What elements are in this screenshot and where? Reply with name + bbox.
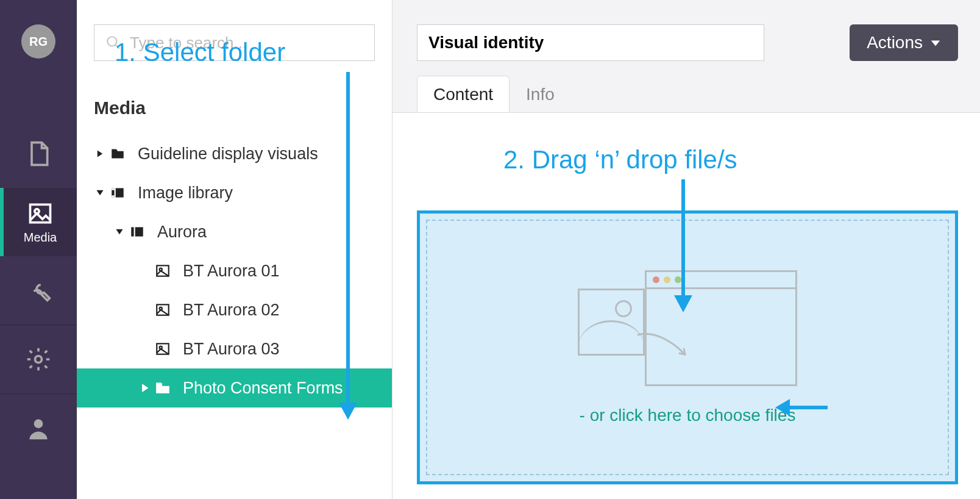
svg-rect-9 (116, 188, 124, 197)
chevron-right-icon (94, 149, 106, 158)
search-placeholder: Type to search... (130, 34, 363, 52)
section-title: Media (77, 61, 392, 134)
main-area: Actions Content Info - or click here to … (392, 0, 980, 499)
tree-node-label: Image library (138, 184, 233, 203)
tree-node-label: BT Aurora 01 (183, 262, 280, 281)
user-icon (25, 415, 52, 442)
wrench-icon (25, 277, 52, 304)
chevron-down-icon (113, 228, 126, 236)
rail-item-users[interactable] (0, 394, 77, 462)
folder-icon (106, 146, 129, 162)
chevron-right-icon (139, 384, 151, 392)
tree-node-imagelib[interactable]: Image library (77, 173, 392, 212)
tab-content-panel: - or click here to choose files (392, 112, 980, 499)
svg-marker-7 (96, 190, 103, 195)
image-icon (151, 263, 174, 279)
film-icon (126, 224, 149, 240)
tree-node-consent[interactable]: Photo Consent Forms (77, 368, 392, 407)
tabs: Content Info (417, 76, 980, 113)
tab-content[interactable]: Content (417, 76, 510, 113)
avatar[interactable]: RG (21, 24, 55, 59)
tree-node-label: Photo Consent Forms (183, 379, 343, 398)
tree-panel: Type to search... Media Guideline displa… (77, 0, 392, 499)
tree-node-bt1[interactable]: BT Aurora 01 (77, 251, 392, 290)
image-icon (151, 341, 174, 357)
upload-dropzone[interactable]: - or click here to choose files (417, 210, 958, 484)
actions-label: Actions (867, 33, 923, 52)
tab-info[interactable]: Info (510, 76, 571, 113)
search-icon (105, 35, 121, 51)
gear-icon (25, 346, 52, 373)
svg-rect-13 (131, 227, 133, 236)
svg-marker-12 (116, 229, 122, 234)
rail-item-gear[interactable] (0, 325, 77, 393)
node-title-input[interactable] (417, 24, 764, 61)
nav-rail: RG Media (0, 0, 77, 499)
tree-node-bt3[interactable]: BT Aurora 03 (77, 329, 392, 368)
rail-item-wrench[interactable] (0, 256, 77, 325)
svg-line-5 (115, 45, 119, 49)
rail-item-content[interactable] (0, 120, 77, 188)
svg-marker-21 (143, 384, 147, 391)
tree-node-label: BT Aurora 02 (183, 301, 280, 320)
tree-node-aurora[interactable]: Aurora (77, 212, 392, 251)
tree-node-label: BT Aurora 03 (183, 340, 280, 359)
film-icon (106, 185, 129, 201)
svg-point-4 (107, 37, 116, 46)
image-icon (27, 200, 54, 227)
svg-point-2 (35, 356, 42, 363)
caret-down-icon (930, 37, 941, 48)
avatar-initials: RG (29, 35, 48, 49)
file-icon (25, 140, 52, 167)
media-tree: Guideline display visuals Image library … (77, 134, 392, 407)
rail-item-media-label: Media (24, 231, 57, 245)
choose-files-link[interactable]: - or click here to choose files (580, 406, 796, 425)
search-input[interactable]: Type to search... (94, 24, 375, 61)
svg-point-3 (34, 419, 43, 428)
dropzone-illustration (578, 270, 797, 392)
tree-node-label: Guideline display visuals (138, 145, 318, 163)
svg-marker-22 (931, 40, 940, 46)
chevron-down-icon (94, 188, 106, 197)
svg-rect-10 (112, 188, 114, 190)
actions-button[interactable]: Actions (850, 24, 958, 61)
svg-marker-6 (98, 150, 102, 157)
svg-rect-11 (112, 195, 114, 197)
tree-node-guideline[interactable]: Guideline display visuals (77, 134, 392, 173)
image-icon (151, 302, 174, 318)
rail-item-media[interactable]: Media (0, 188, 77, 256)
svg-rect-0 (30, 204, 51, 222)
tree-node-label: Aurora (157, 223, 207, 242)
curve-arrow-icon (636, 330, 691, 361)
svg-rect-14 (135, 227, 143, 236)
folder-open-icon (151, 380, 174, 396)
tree-node-bt2[interactable]: BT Aurora 02 (77, 290, 392, 329)
